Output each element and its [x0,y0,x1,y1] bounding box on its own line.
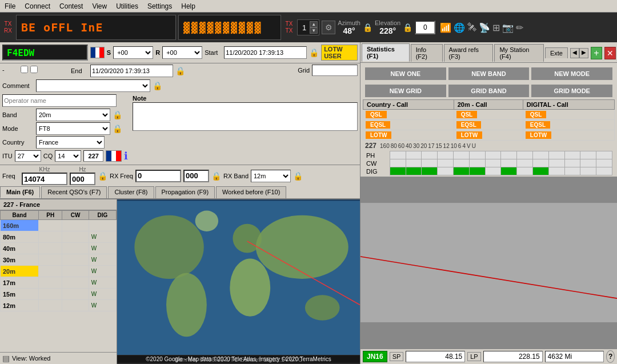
cc-header-country: Country - Call [363,100,454,110]
pen-icon[interactable]: ✏ [516,22,523,33]
nav-right-btn[interactable]: ▶ [579,48,588,58]
band-combo[interactable]: 20m [36,109,110,121]
wifi-icon[interactable]: 📶 [440,22,451,33]
freq-hz-input[interactable] [70,173,95,185]
grid-band-btn[interactable]: GRID BAND [448,85,530,97]
start-lock[interactable]: 🔒 [309,48,319,57]
eqsl-btn-20m[interactable]: EQSL [456,121,481,129]
new-mode-btn[interactable]: NEW MODE [531,67,612,80]
fields-section: Band 20m 🔒 Mode FT8 🔒 Country [0,93,360,165]
help-button[interactable]: ? [606,350,615,363]
lotw-btn-20m[interactable]: LOTW [456,131,482,139]
ph-cell [39,231,62,243]
menu-file[interactable]: File [0,1,20,11]
menu-help[interactable]: Help [177,1,200,11]
checkbox1[interactable] [21,66,28,73]
menu-view[interactable]: View [87,1,111,11]
svg-point-7 [195,211,218,231]
stats-tab-statistics[interactable]: Statistics (F1) [362,43,410,62]
cq-combo[interactable]: 14 [55,150,81,162]
progress-col-40: 40 [406,143,412,149]
az-lock-icon[interactable]: 🔒 [363,23,372,32]
menu-settings[interactable]: Settings [143,1,177,11]
add-button[interactable]: + [591,47,602,59]
elevation-input[interactable] [415,21,435,34]
rx-freq-lock[interactable]: 🔒 [211,171,221,181]
note-textarea[interactable] [133,102,358,131]
new-band-btn[interactable]: NEW BAND [448,67,530,80]
close-button[interactable]: ✕ [604,47,616,59]
globe-icon[interactable]: 🌐 [454,22,465,33]
band-table-title: 227 - France [0,199,117,210]
tab-main[interactable]: Main (F6) [0,186,40,198]
grid-icon[interactable]: ⊞ [492,22,500,33]
rx-band-combo[interactable]: 12m [251,170,291,182]
toolbar-icons: 📶 🌐 🛰 📡 ⊞ 📷 ✏ [440,22,523,33]
nav-left-btn[interactable]: ◀ [570,48,579,58]
menu-contest[interactable]: Contest [55,1,87,11]
grid-input[interactable] [312,65,358,76]
tab-cluster[interactable]: Cluster (F8) [108,186,154,198]
stats-tab-extra[interactable]: Exte [545,47,568,58]
camera-icon[interactable]: 📷 [502,22,514,33]
dxcc-value [83,150,103,162]
s-combo[interactable]: +00 [113,46,153,59]
cw-cell [62,277,89,289]
lotw-btn-country[interactable]: LOTW [366,131,391,139]
band-lock[interactable]: 🔒 [113,110,122,119]
stats-tab-station[interactable]: My Station (F4) [494,44,543,62]
country-combo[interactable]: France [36,136,105,149]
stats-tab-awards[interactable]: Award refs (F3) [444,44,494,62]
itu-combo[interactable]: 27 [15,150,41,162]
tab-recent[interactable]: Recent QSO's (F7) [41,186,107,198]
rx-freq-hz-input[interactable] [183,170,209,182]
new-one-btn[interactable]: NEW ONE [365,67,446,80]
start-datetime[interactable] [224,46,307,59]
sp-bearing[interactable] [406,351,465,362]
checkbox2[interactable] [30,66,38,73]
qsl-btn-20m[interactable]: QSL [456,111,478,118]
comment-combo[interactable] [36,79,150,92]
operator-input[interactable] [2,94,117,107]
eqsl-btn-country[interactable]: EQSL [366,121,390,129]
menu-utilities[interactable]: Utilities [111,1,143,11]
eqsl-btn-digital[interactable]: EQSL [526,121,550,129]
el-lock-icon[interactable]: 🔒 [403,23,412,32]
spin-up[interactable]: ▲ [310,21,318,27]
r-combo[interactable]: +00 [162,46,202,59]
sp-button[interactable]: SP [390,352,404,361]
info-icon[interactable]: ℹ [124,150,128,162]
spin-down[interactable]: ▼ [310,27,318,34]
lp-bearing[interactable] [483,351,543,362]
lp-button[interactable]: LP [467,352,480,361]
cc-qsl-row: QSL QSL QSL [363,110,615,120]
tab-worked[interactable]: Worked before (F10) [216,186,286,198]
progress-cell [548,159,564,167]
grid-display: JN16 [363,351,387,362]
callsign-field[interactable] [2,45,88,61]
menu-connect[interactable]: Connect [20,1,55,11]
freq-khz-input[interactable] [22,173,67,185]
gear-button[interactable]: ⚙ [322,21,335,34]
rx-freq-khz-input[interactable] [135,170,181,182]
comment-lock[interactable]: 🔒 [153,81,162,90]
lotw-btn-digital[interactable]: LOTW [526,131,551,139]
antenna-icon[interactable]: 📡 [479,22,490,33]
spinner-buttons[interactable]: ▲ ▼ [310,21,318,34]
stats-tab-info[interactable]: Info (F2) [411,44,443,62]
end-datetime[interactable] [90,65,173,77]
end-lock[interactable]: 🔒 [175,66,185,75]
tab-propagation[interactable]: Propagation (F9) [155,186,215,198]
progress-cell [390,167,406,175]
qsl-btn-digital[interactable]: QSL [526,111,547,118]
satellite-icon[interactable]: 🛰 [467,22,476,33]
freq-lock[interactable]: 🔒 [98,171,107,181]
new-grid-btn[interactable]: NEW GRID [365,85,446,97]
grid-mode-btn[interactable]: GRID MODE [531,85,612,97]
mode-combo[interactable]: FT8 [36,122,110,135]
rx-band-lock[interactable]: 🔒 [293,171,303,181]
mode-lock[interactable]: 🔒 [113,124,122,133]
qsl-btn-country[interactable]: QSL [366,111,387,118]
progress-col-80: 80 [391,143,397,149]
main-area: S +00 R +00 Start 🔒 LOTW USER - [0,42,617,364]
